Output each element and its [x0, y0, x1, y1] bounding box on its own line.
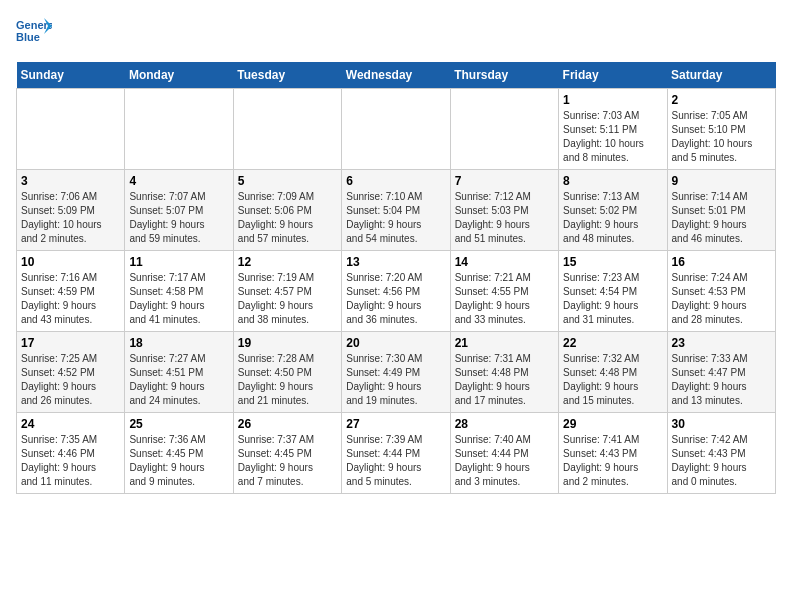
- day-number: 16: [672, 255, 771, 269]
- day-info: Sunrise: 7:31 AM Sunset: 4:48 PM Dayligh…: [455, 352, 554, 408]
- page-header: General Blue: [16, 16, 776, 52]
- day-number: 9: [672, 174, 771, 188]
- day-info: Sunrise: 7:36 AM Sunset: 4:45 PM Dayligh…: [129, 433, 228, 489]
- day-info: Sunrise: 7:37 AM Sunset: 4:45 PM Dayligh…: [238, 433, 337, 489]
- day-number: 15: [563, 255, 662, 269]
- day-info: Sunrise: 7:20 AM Sunset: 4:56 PM Dayligh…: [346, 271, 445, 327]
- weekday-header-friday: Friday: [559, 62, 667, 89]
- calendar-table: SundayMondayTuesdayWednesdayThursdayFrid…: [16, 62, 776, 494]
- day-info: Sunrise: 7:19 AM Sunset: 4:57 PM Dayligh…: [238, 271, 337, 327]
- calendar-cell: [450, 89, 558, 170]
- day-info: Sunrise: 7:10 AM Sunset: 5:04 PM Dayligh…: [346, 190, 445, 246]
- weekday-header-wednesday: Wednesday: [342, 62, 450, 89]
- day-number: 7: [455, 174, 554, 188]
- day-number: 26: [238, 417, 337, 431]
- day-info: Sunrise: 7:35 AM Sunset: 4:46 PM Dayligh…: [21, 433, 120, 489]
- day-number: 20: [346, 336, 445, 350]
- day-number: 22: [563, 336, 662, 350]
- calendar-cell: 26Sunrise: 7:37 AM Sunset: 4:45 PM Dayli…: [233, 413, 341, 494]
- day-info: Sunrise: 7:12 AM Sunset: 5:03 PM Dayligh…: [455, 190, 554, 246]
- logo: General Blue: [16, 16, 52, 44]
- calendar-cell: 24Sunrise: 7:35 AM Sunset: 4:46 PM Dayli…: [17, 413, 125, 494]
- calendar-cell: [17, 89, 125, 170]
- calendar-week-row: 1Sunrise: 7:03 AM Sunset: 5:11 PM Daylig…: [17, 89, 776, 170]
- calendar-week-row: 24Sunrise: 7:35 AM Sunset: 4:46 PM Dayli…: [17, 413, 776, 494]
- day-info: Sunrise: 7:42 AM Sunset: 4:43 PM Dayligh…: [672, 433, 771, 489]
- day-info: Sunrise: 7:33 AM Sunset: 4:47 PM Dayligh…: [672, 352, 771, 408]
- calendar-cell: 15Sunrise: 7:23 AM Sunset: 4:54 PM Dayli…: [559, 251, 667, 332]
- day-number: 24: [21, 417, 120, 431]
- calendar-cell: [342, 89, 450, 170]
- calendar-cell: 9Sunrise: 7:14 AM Sunset: 5:01 PM Daylig…: [667, 170, 775, 251]
- day-number: 5: [238, 174, 337, 188]
- calendar-cell: 6Sunrise: 7:10 AM Sunset: 5:04 PM Daylig…: [342, 170, 450, 251]
- day-info: Sunrise: 7:32 AM Sunset: 4:48 PM Dayligh…: [563, 352, 662, 408]
- calendar-cell: 29Sunrise: 7:41 AM Sunset: 4:43 PM Dayli…: [559, 413, 667, 494]
- day-info: Sunrise: 7:05 AM Sunset: 5:10 PM Dayligh…: [672, 109, 771, 165]
- day-info: Sunrise: 7:07 AM Sunset: 5:07 PM Dayligh…: [129, 190, 228, 246]
- calendar-cell: 21Sunrise: 7:31 AM Sunset: 4:48 PM Dayli…: [450, 332, 558, 413]
- day-number: 11: [129, 255, 228, 269]
- calendar-cell: 23Sunrise: 7:33 AM Sunset: 4:47 PM Dayli…: [667, 332, 775, 413]
- day-number: 3: [21, 174, 120, 188]
- calendar-cell: 10Sunrise: 7:16 AM Sunset: 4:59 PM Dayli…: [17, 251, 125, 332]
- calendar-cell: 11Sunrise: 7:17 AM Sunset: 4:58 PM Dayli…: [125, 251, 233, 332]
- day-info: Sunrise: 7:16 AM Sunset: 4:59 PM Dayligh…: [21, 271, 120, 327]
- calendar-cell: 13Sunrise: 7:20 AM Sunset: 4:56 PM Dayli…: [342, 251, 450, 332]
- calendar-cell: 19Sunrise: 7:28 AM Sunset: 4:50 PM Dayli…: [233, 332, 341, 413]
- day-info: Sunrise: 7:40 AM Sunset: 4:44 PM Dayligh…: [455, 433, 554, 489]
- day-number: 21: [455, 336, 554, 350]
- calendar-cell: 5Sunrise: 7:09 AM Sunset: 5:06 PM Daylig…: [233, 170, 341, 251]
- general-blue-logo-icon: General Blue: [16, 16, 52, 44]
- calendar-cell: 28Sunrise: 7:40 AM Sunset: 4:44 PM Dayli…: [450, 413, 558, 494]
- weekday-header-saturday: Saturday: [667, 62, 775, 89]
- calendar-cell: 27Sunrise: 7:39 AM Sunset: 4:44 PM Dayli…: [342, 413, 450, 494]
- weekday-header-sunday: Sunday: [17, 62, 125, 89]
- day-info: Sunrise: 7:03 AM Sunset: 5:11 PM Dayligh…: [563, 109, 662, 165]
- calendar-week-row: 17Sunrise: 7:25 AM Sunset: 4:52 PM Dayli…: [17, 332, 776, 413]
- calendar-cell: [233, 89, 341, 170]
- calendar-cell: [125, 89, 233, 170]
- day-number: 25: [129, 417, 228, 431]
- day-info: Sunrise: 7:06 AM Sunset: 5:09 PM Dayligh…: [21, 190, 120, 246]
- day-info: Sunrise: 7:21 AM Sunset: 4:55 PM Dayligh…: [455, 271, 554, 327]
- day-number: 8: [563, 174, 662, 188]
- calendar-cell: 4Sunrise: 7:07 AM Sunset: 5:07 PM Daylig…: [125, 170, 233, 251]
- day-number: 13: [346, 255, 445, 269]
- calendar-cell: 18Sunrise: 7:27 AM Sunset: 4:51 PM Dayli…: [125, 332, 233, 413]
- calendar-cell: 7Sunrise: 7:12 AM Sunset: 5:03 PM Daylig…: [450, 170, 558, 251]
- day-info: Sunrise: 7:30 AM Sunset: 4:49 PM Dayligh…: [346, 352, 445, 408]
- calendar-cell: 1Sunrise: 7:03 AM Sunset: 5:11 PM Daylig…: [559, 89, 667, 170]
- day-number: 17: [21, 336, 120, 350]
- calendar-cell: 2Sunrise: 7:05 AM Sunset: 5:10 PM Daylig…: [667, 89, 775, 170]
- calendar-cell: 8Sunrise: 7:13 AM Sunset: 5:02 PM Daylig…: [559, 170, 667, 251]
- day-info: Sunrise: 7:14 AM Sunset: 5:01 PM Dayligh…: [672, 190, 771, 246]
- weekday-header-row: SundayMondayTuesdayWednesdayThursdayFrid…: [17, 62, 776, 89]
- calendar-cell: 12Sunrise: 7:19 AM Sunset: 4:57 PM Dayli…: [233, 251, 341, 332]
- weekday-header-thursday: Thursday: [450, 62, 558, 89]
- day-info: Sunrise: 7:24 AM Sunset: 4:53 PM Dayligh…: [672, 271, 771, 327]
- day-number: 30: [672, 417, 771, 431]
- day-number: 23: [672, 336, 771, 350]
- calendar-cell: 17Sunrise: 7:25 AM Sunset: 4:52 PM Dayli…: [17, 332, 125, 413]
- day-number: 6: [346, 174, 445, 188]
- day-info: Sunrise: 7:17 AM Sunset: 4:58 PM Dayligh…: [129, 271, 228, 327]
- day-number: 14: [455, 255, 554, 269]
- day-info: Sunrise: 7:41 AM Sunset: 4:43 PM Dayligh…: [563, 433, 662, 489]
- calendar-cell: 22Sunrise: 7:32 AM Sunset: 4:48 PM Dayli…: [559, 332, 667, 413]
- calendar-week-row: 10Sunrise: 7:16 AM Sunset: 4:59 PM Dayli…: [17, 251, 776, 332]
- day-number: 18: [129, 336, 228, 350]
- day-number: 12: [238, 255, 337, 269]
- calendar-cell: 25Sunrise: 7:36 AM Sunset: 4:45 PM Dayli…: [125, 413, 233, 494]
- day-info: Sunrise: 7:13 AM Sunset: 5:02 PM Dayligh…: [563, 190, 662, 246]
- day-info: Sunrise: 7:28 AM Sunset: 4:50 PM Dayligh…: [238, 352, 337, 408]
- day-info: Sunrise: 7:25 AM Sunset: 4:52 PM Dayligh…: [21, 352, 120, 408]
- day-number: 2: [672, 93, 771, 107]
- day-info: Sunrise: 7:23 AM Sunset: 4:54 PM Dayligh…: [563, 271, 662, 327]
- calendar-week-row: 3Sunrise: 7:06 AM Sunset: 5:09 PM Daylig…: [17, 170, 776, 251]
- weekday-header-monday: Monday: [125, 62, 233, 89]
- weekday-header-tuesday: Tuesday: [233, 62, 341, 89]
- calendar-cell: 14Sunrise: 7:21 AM Sunset: 4:55 PM Dayli…: [450, 251, 558, 332]
- calendar-cell: 20Sunrise: 7:30 AM Sunset: 4:49 PM Dayli…: [342, 332, 450, 413]
- svg-text:Blue: Blue: [16, 31, 40, 43]
